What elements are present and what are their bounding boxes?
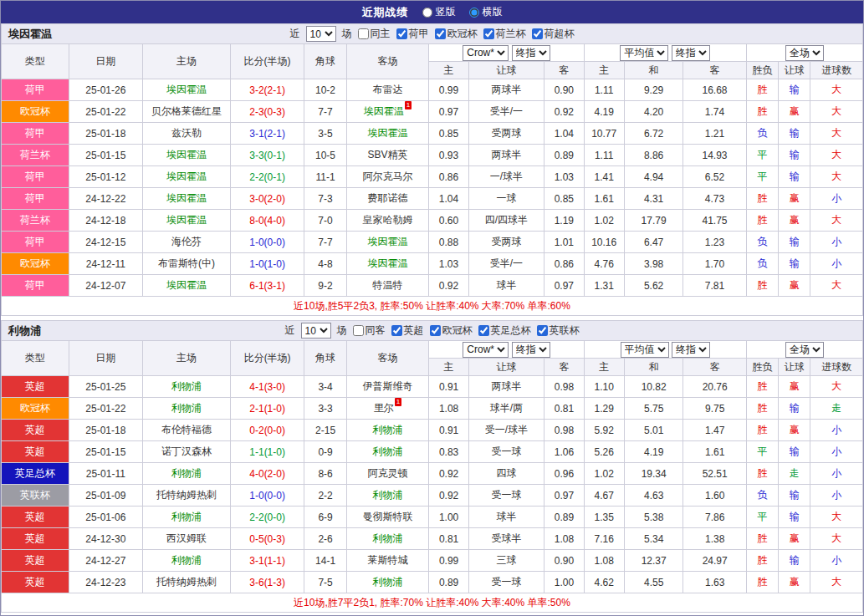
home-team[interactable]: 埃因霍温 — [143, 79, 231, 101]
home-team[interactable]: 利物浦 — [143, 398, 231, 420]
handicap-home-odds: 0.60 — [429, 210, 468, 232]
home-team[interactable]: 布雷斯特(中) — [143, 253, 231, 275]
scope-select[interactable]: 全场 — [785, 342, 824, 358]
away-team[interactable]: 曼彻斯特联 — [346, 507, 429, 528]
avg-kind-select[interactable]: 终指 — [672, 45, 710, 61]
same-venue-checkbox-input[interactable] — [353, 325, 364, 336]
odds-kind-select[interactable]: 终指 — [512, 342, 550, 358]
league-filter-checkbox-2[interactable]: 欧冠杯 — [435, 27, 478, 41]
match-score: 0-2(0-0) — [230, 420, 304, 441]
same-venue-checkbox-input[interactable] — [358, 28, 369, 39]
home-team[interactable]: 托特纳姆热刺 — [143, 485, 231, 507]
result-badge: 胜 — [746, 79, 778, 101]
away-team[interactable]: 布雷达 — [346, 79, 429, 101]
home-team[interactable]: 西汉姆联 — [143, 528, 231, 550]
league-filter-checkbox-1[interactable]: 荷甲 — [396, 27, 429, 41]
team-name-text: 阿克灵顿 — [368, 467, 408, 479]
odds-kind-select[interactable]: 终指 — [512, 45, 550, 61]
home-team[interactable]: 海伦芬 — [143, 232, 231, 253]
home-team[interactable]: 贝尔格莱德红星 — [143, 101, 231, 123]
home-team[interactable]: 埃因霍温 — [143, 145, 231, 166]
same-venue-checkbox[interactable]: 同主 — [358, 27, 391, 41]
corner-score: 7-7 — [304, 232, 346, 253]
league-filter-checkbox-2[interactable]: 欧冠杯 — [430, 323, 473, 338]
home-team[interactable]: 利物浦 — [143, 376, 231, 398]
avg-draw-odds: 5.34 — [624, 528, 683, 550]
away-team[interactable]: 阿克灵顿 — [346, 463, 429, 485]
league-filter-checkbox-3[interactable]: 英足总杯 — [478, 323, 531, 338]
avg-source-select[interactable]: 平均值 — [620, 45, 668, 61]
away-team[interactable]: 埃因霍温 — [346, 253, 429, 275]
league-checkbox-input-2[interactable] — [435, 28, 446, 39]
handicap-result: 输 — [779, 232, 810, 253]
away-team[interactable]: 利物浦 — [346, 485, 429, 507]
home-team[interactable]: 兹沃勒 — [143, 123, 231, 145]
corner-score: 3-5 — [304, 123, 346, 145]
league-filter-checkbox-3[interactable]: 荷兰杯 — [483, 27, 526, 41]
league-checkbox-input-4[interactable] — [537, 325, 548, 336]
home-team[interactable]: 埃因霍温 — [143, 188, 231, 210]
odds-source-select[interactable]: Crow* — [463, 342, 509, 358]
handicap-away-odds: 1.00 — [544, 572, 584, 593]
team-name-text: 埃因霍温 — [166, 84, 207, 95]
home-team[interactable]: 布伦特福德 — [143, 420, 231, 441]
corner-score: 2-6 — [304, 528, 346, 550]
home-team[interactable]: 利物浦 — [143, 463, 231, 485]
handicap-home-odds: 1.08 — [429, 398, 468, 420]
away-team[interactable]: 利物浦 — [346, 420, 429, 441]
vertical-radio-input[interactable] — [422, 8, 432, 18]
away-team[interactable]: 费耶诺德 — [346, 188, 429, 210]
away-team[interactable]: 利物浦 — [346, 528, 429, 550]
result-badge: 负 — [746, 253, 778, 275]
team-name-text: 埃因霍温 — [364, 105, 404, 117]
away-team[interactable]: 利物浦 — [346, 572, 429, 593]
home-team[interactable]: 埃因霍温 — [143, 275, 231, 297]
avg-away-odds: 1.38 — [683, 528, 747, 550]
home-team[interactable]: 利物浦 — [143, 507, 231, 528]
league-checkbox-input-4[interactable] — [532, 28, 543, 39]
away-team[interactable]: 莱斯特城 — [346, 550, 429, 572]
match-count-select[interactable]: 10 — [301, 323, 331, 339]
away-team[interactable]: 皇家哈勒姆 — [346, 210, 429, 232]
home-team[interactable]: 利物浦 — [143, 550, 231, 572]
league-checkbox-input-1[interactable] — [391, 325, 402, 336]
avg-kind-select[interactable]: 终指 — [672, 342, 710, 358]
away-team[interactable]: 利物浦 — [346, 441, 429, 463]
home-team[interactable]: 埃因霍温 — [143, 166, 231, 188]
league-checkbox-input-3[interactable] — [483, 28, 494, 39]
league-checkbox-input-2[interactable] — [430, 325, 441, 336]
away-team[interactable]: 阿尔克马尔 — [346, 166, 429, 188]
horizontal-radio-input[interactable] — [469, 8, 479, 18]
avg-source-select[interactable]: 平均值 — [621, 342, 669, 358]
away-team[interactable]: 埃因霍温 — [346, 123, 429, 145]
match-row: 荷甲24-12-22埃因霍温3-0(2-0)7-3费耶诺德1.04一球0.851… — [2, 188, 863, 210]
away-team[interactable]: 特温特 — [346, 275, 429, 297]
away-team[interactable]: 里尔1 — [346, 398, 429, 420]
match-row: 英超25-01-06利物浦2-2(0-0)6-9曼彻斯特联1.00球半0.891… — [2, 507, 863, 528]
handicap-home-odds: 0.89 — [429, 572, 468, 593]
home-team[interactable]: 埃因霍温 — [143, 210, 231, 232]
team-name-text: 埃因霍温 — [166, 149, 207, 160]
same-venue-checkbox[interactable]: 同客 — [353, 323, 386, 338]
away-team[interactable]: SBV精英 — [346, 145, 429, 166]
league-filter-checkbox-1[interactable]: 英超 — [391, 323, 424, 338]
home-team[interactable]: 托特纳姆热刺 — [143, 572, 231, 593]
unit-label: 场 — [337, 323, 347, 338]
goals-result: 小 — [810, 463, 863, 485]
layout-vertical-radio[interactable]: 竖版 — [422, 5, 456, 19]
home-team[interactable]: 诺丁汉森林 — [143, 441, 231, 463]
scope-select[interactable]: 全场 — [785, 45, 824, 61]
away-team[interactable]: 伊普斯维奇 — [346, 376, 429, 398]
col-header-corner: 角球 — [304, 341, 346, 376]
match-count-select[interactable]: 10 — [306, 26, 336, 42]
away-team[interactable]: 埃因霍温1 — [346, 101, 429, 123]
away-team[interactable]: 埃因霍温 — [346, 232, 429, 253]
league-checkbox-input-1[interactable] — [396, 28, 407, 39]
odds-source-select[interactable]: Crow* — [463, 45, 509, 61]
league-filter-checkbox-4[interactable]: 荷超杯 — [532, 27, 575, 41]
result-badge: 胜 — [746, 101, 778, 123]
league-badge: 荷甲 — [2, 232, 69, 253]
league-checkbox-input-3[interactable] — [478, 325, 489, 336]
league-filter-checkbox-4[interactable]: 英联杯 — [537, 323, 580, 338]
layout-horizontal-radio[interactable]: 横版 — [469, 5, 503, 19]
